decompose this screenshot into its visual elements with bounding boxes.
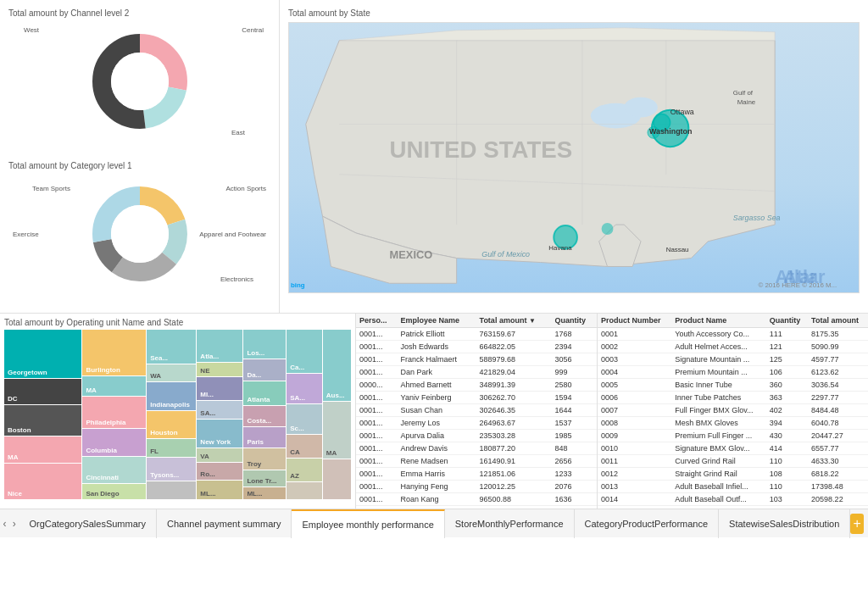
treemap-cell-sa2[interactable]: SA... (287, 374, 322, 403)
treemap-cell-aus[interactable]: Aus... (323, 330, 351, 401)
product-table-row[interactable]: 0014Adult Baseball Outf...10320598.22 (598, 493, 868, 506)
treemap-cell-da[interactable]: Da... (243, 359, 286, 380)
tab-item-statewisesalesdistribution[interactable]: StatewiseSalesDistribution (719, 509, 850, 538)
tab-next-btn[interactable]: › (9, 509, 19, 538)
employee-table-row[interactable]: 0001...Franck Halmaert588979.683056 (356, 353, 597, 366)
col-quantity[interactable]: Quantity (552, 314, 597, 328)
treemap-cell-nice[interactable]: Nice (4, 464, 81, 499)
product-table-row[interactable]: 0006Inner Tube Patches3632297.77 (598, 392, 868, 404)
treemap-cell-philadelphia[interactable]: Philadelphia (82, 397, 146, 428)
employee-table-row[interactable]: 0001...Andrew Davis180877.20848 (356, 442, 597, 455)
product-table-row[interactable]: 0011Curved Grind Rail1104633.30 (598, 455, 868, 468)
treemap-cell-paris[interactable]: Paris (243, 427, 286, 448)
treemap-cell-houston[interactable]: Houston (147, 411, 196, 438)
treemap-cell-troy[interactable]: Troy (243, 448, 286, 469)
treemap-cell-ro[interactable]: Ro... (197, 463, 242, 480)
tab-item-employee-monthly-performance[interactable]: Employee monthly performance (292, 509, 444, 538)
employee-table-row[interactable]: 0001...Dan Park421829.04999 (356, 366, 597, 379)
treemap-cell-ml1[interactable]: ML... (197, 481, 242, 499)
treemap-cell-va[interactable]: VA (197, 448, 242, 462)
treemap-cell-new-york[interactable]: New York (197, 420, 242, 448)
treemap-cell-lone-tr[interactable]: Lone Tr... (243, 470, 286, 486)
product-table-row[interactable]: 0005Basic Inner Tube3603036.54 (598, 379, 868, 392)
treemap-cell-ml2[interactable]: ML... (243, 487, 286, 499)
product-table-row[interactable]: 0007Full Finger BMX Glov...4028484.48 (598, 404, 868, 417)
treemap-cell-burlington[interactable]: Burlington (82, 330, 146, 375)
product-table-row[interactable]: 0009Premium Full Finger ...43020447.27 (598, 430, 868, 442)
col-total-amount-product[interactable]: Total amount (808, 314, 868, 328)
treemap-cell-ca[interactable]: Ca... (287, 330, 322, 373)
treemap-cell-dc[interactable]: DC (4, 379, 81, 404)
employee-table-row[interactable]: 0001...Patrick Elliott763159.671768 (356, 328, 597, 341)
employee-table-row[interactable]: 0001...Yaniv Feinberg306262.701594 (356, 392, 597, 404)
treemap-cell-fl[interactable]: FL (147, 439, 196, 457)
col-product-name[interactable]: Product Name (671, 314, 765, 328)
treemap-cell-georgetown[interactable]: Georgetown (4, 330, 81, 378)
treemap-cell-ma2[interactable]: MA (82, 376, 146, 396)
tab-item-channel-payment-summary[interactable]: Channel payment summary (157, 509, 292, 538)
svg-text:Ottawa: Ottawa (670, 108, 694, 116)
treemap-cell-ca2[interactable]: CA (287, 435, 322, 458)
product-table-row[interactable]: 0002Adult Helmet Acces...1215090.99 (598, 341, 868, 353)
treemap-cell-costa[interactable]: Costa... (243, 406, 286, 426)
employee-table-row[interactable]: 0001...Jeremy Los264963.671537 (356, 417, 597, 430)
employee-table-row[interactable]: 0001...Josh Edwards664822.052394 (356, 341, 597, 353)
product-table-row[interactable]: 0012Straight Grind Rail1086818.22 (598, 468, 868, 481)
treemap-cell-san-diego[interactable]: San Diego (82, 484, 146, 499)
product-table-cell: 0012 (598, 468, 671, 481)
svg-text:Maine: Maine (737, 98, 756, 106)
col-product-number[interactable]: Product Number (598, 314, 671, 328)
treemap-cell-wa1[interactable]: WA (147, 364, 196, 382)
treemap-cell-atlanta[interactable]: Atlanta (243, 381, 286, 405)
treemap-cell-indianapolis[interactable]: Indianapolis (147, 382, 196, 409)
treemap-cell-boston[interactable]: Boston (4, 405, 81, 436)
treemap-cell-atla[interactable]: Atla... (197, 330, 242, 362)
treemap-col-7: Aus... MA (323, 330, 351, 499)
treemap-cell-misc3[interactable] (147, 481, 196, 499)
treemap-cell-ma3[interactable]: MA (323, 402, 351, 459)
svg-point-3 (111, 53, 169, 110)
product-table-cell: Mesh BMX Gloves (671, 417, 765, 430)
col-quantity[interactable]: Quantity (766, 314, 808, 328)
tab-item-categoryproductperformance[interactable]: CategoryProductPerformance (575, 509, 720, 538)
treemap-cell-az[interactable]: AZ (287, 459, 322, 481)
treemap-cell-cincinnati[interactable]: Cincinnati (82, 457, 146, 484)
product-table-row[interactable]: 0003Signature Mountain ...1254597.77 (598, 353, 868, 366)
col-perso[interactable]: Perso... (356, 314, 398, 328)
product-table-scroll[interactable]: Product Number Product Name Quantity Tot… (598, 314, 868, 509)
treemap-col-3: Sea... WA Indianapolis Houston FL Tysons… (147, 330, 196, 499)
employee-table-row[interactable]: 0001...Rene Madsen161490.912656 (356, 455, 597, 468)
employee-table-row[interactable]: 0001...Apurva Dalia235303.281985 (356, 430, 597, 442)
treemap-cell-sc[interactable]: Sc... (287, 404, 322, 434)
employee-table-scroll[interactable]: Perso... Employee Name Total amount ▼ Qu… (356, 314, 597, 509)
employee-table-cell: 0000... (356, 379, 398, 392)
product-table-row[interactable]: 0004Premium Mountain ...1066123.62 (598, 366, 868, 379)
product-table-row[interactable]: 0013Adult Baseball Infiel...11017398.48 (598, 481, 868, 493)
employee-table-cell: 161490.91 (476, 455, 552, 468)
employee-table-row[interactable]: 0001...Roan Kang96500.881636 (356, 493, 597, 506)
tab-prev-btn[interactable]: ‹ (0, 509, 9, 538)
treemap-cell-sa1[interactable]: SA... (197, 401, 242, 419)
tab-item-storemonthlyperformance[interactable]: StoreMonthlyPerformance (445, 509, 575, 538)
col-employee-name[interactable]: Employee Name (398, 314, 476, 328)
central-label: Central (242, 26, 264, 34)
col-total-amount[interactable]: Total amount ▼ (476, 314, 552, 328)
product-table-row[interactable]: 0010Signature BMX Glov...4146557.77 (598, 442, 868, 455)
product-table-row[interactable]: 0008Mesh BMX Gloves3946040.78 (598, 417, 868, 430)
treemap-cell-sea[interactable]: Sea... (147, 330, 196, 364)
treemap-cell-ne[interactable]: NE (197, 363, 242, 376)
tab-add-btn[interactable]: + (850, 514, 864, 534)
employee-table-row[interactable]: 0000...Ahmed Barnett348991.392580 (356, 379, 597, 392)
treemap-cell-misc7[interactable] (323, 459, 351, 499)
employee-table-row[interactable]: 0001...Susan Chan302646.351644 (356, 404, 597, 417)
treemap-cell-misc6[interactable] (287, 482, 322, 499)
treemap-cell-columbia[interactable]: Columbia (82, 429, 146, 456)
employee-table-row[interactable]: 0001...Emma Harris121851.061233 (356, 468, 597, 481)
product-table-row[interactable]: 0001Youth Accessory Co...1118175.35 (598, 328, 868, 341)
treemap-cell-mi[interactable]: MI... (197, 377, 242, 400)
employee-table-row[interactable]: 0001...Hanying Feng120012.252076 (356, 481, 597, 493)
treemap-cell-los[interactable]: Los... (243, 330, 286, 359)
treemap-cell-tysons[interactable]: Tysons... (147, 458, 196, 481)
treemap-cell-ma1[interactable]: MA (4, 436, 81, 462)
tab-item-orgcategorysalessummary[interactable]: OrgCategorySalesSummary (19, 509, 157, 538)
